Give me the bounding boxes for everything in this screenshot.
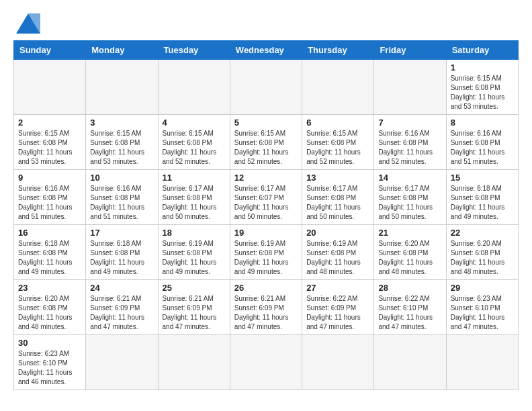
day-info: Sunrise: 6:21 AM Sunset: 6:09 PM Dayligh… bbox=[163, 294, 226, 332]
calendar-cell: 18Sunrise: 6:19 AM Sunset: 6:08 PM Dayli… bbox=[158, 225, 230, 280]
day-number: 20 bbox=[306, 228, 369, 238]
day-number: 16 bbox=[18, 228, 81, 238]
calendar-cell bbox=[14, 60, 86, 115]
calendar-cell: 6Sunrise: 6:15 AM Sunset: 6:08 PM Daylig… bbox=[302, 115, 374, 170]
col-header-monday: Monday bbox=[86, 41, 158, 60]
day-info: Sunrise: 6:22 AM Sunset: 6:09 PM Dayligh… bbox=[306, 294, 369, 332]
logo-icon bbox=[16, 13, 40, 34]
calendar-cell: 25Sunrise: 6:21 AM Sunset: 6:09 PM Dayli… bbox=[158, 280, 230, 335]
day-number: 17 bbox=[90, 228, 153, 238]
day-number: 1 bbox=[451, 62, 514, 73]
calendar-cell bbox=[158, 60, 230, 115]
day-info: Sunrise: 6:19 AM Sunset: 6:08 PM Dayligh… bbox=[306, 239, 369, 277]
day-number: 25 bbox=[163, 283, 226, 293]
day-number: 24 bbox=[90, 283, 153, 293]
calendar-header-row: SundayMondayTuesdayWednesdayThursdayFrid… bbox=[14, 41, 519, 60]
col-header-tuesday: Tuesday bbox=[158, 41, 230, 60]
calendar-week-4: 23Sunrise: 6:20 AM Sunset: 6:08 PM Dayli… bbox=[14, 280, 519, 335]
day-number: 22 bbox=[451, 228, 514, 238]
day-info: Sunrise: 6:16 AM Sunset: 6:08 PM Dayligh… bbox=[451, 129, 514, 167]
day-number: 8 bbox=[451, 118, 514, 128]
day-number: 23 bbox=[18, 283, 81, 293]
calendar-cell: 15Sunrise: 6:18 AM Sunset: 6:08 PM Dayli… bbox=[446, 170, 518, 225]
calendar-cell: 2Sunrise: 6:15 AM Sunset: 6:08 PM Daylig… bbox=[14, 115, 86, 170]
calendar-cell: 1Sunrise: 6:15 AM Sunset: 6:08 PM Daylig… bbox=[446, 60, 518, 115]
day-info: Sunrise: 6:18 AM Sunset: 6:08 PM Dayligh… bbox=[90, 239, 153, 277]
day-info: Sunrise: 6:21 AM Sunset: 6:09 PM Dayligh… bbox=[234, 294, 298, 332]
calendar-cell bbox=[302, 335, 374, 390]
calendar-cell bbox=[374, 335, 446, 390]
day-info: Sunrise: 6:21 AM Sunset: 6:09 PM Dayligh… bbox=[90, 294, 153, 332]
day-number: 10 bbox=[90, 173, 153, 183]
day-info: Sunrise: 6:19 AM Sunset: 6:08 PM Dayligh… bbox=[234, 239, 298, 277]
day-info: Sunrise: 6:15 AM Sunset: 6:08 PM Dayligh… bbox=[234, 129, 298, 167]
calendar-week-3: 16Sunrise: 6:18 AM Sunset: 6:08 PM Dayli… bbox=[14, 225, 519, 280]
calendar-cell bbox=[86, 335, 158, 390]
calendar-cell bbox=[158, 335, 230, 390]
calendar-cell bbox=[230, 60, 302, 115]
day-info: Sunrise: 6:15 AM Sunset: 6:08 PM Dayligh… bbox=[163, 129, 226, 167]
calendar-cell: 12Sunrise: 6:17 AM Sunset: 6:07 PM Dayli… bbox=[230, 170, 302, 225]
calendar-cell: 23Sunrise: 6:20 AM Sunset: 6:08 PM Dayli… bbox=[14, 280, 86, 335]
day-info: Sunrise: 6:16 AM Sunset: 6:08 PM Dayligh… bbox=[378, 129, 441, 167]
day-number: 4 bbox=[163, 118, 226, 128]
day-number: 28 bbox=[378, 283, 441, 293]
day-number: 2 bbox=[18, 118, 81, 128]
calendar-cell bbox=[302, 60, 374, 115]
day-info: Sunrise: 6:20 AM Sunset: 6:08 PM Dayligh… bbox=[451, 239, 514, 277]
col-header-friday: Friday bbox=[374, 41, 446, 60]
day-number: 13 bbox=[306, 173, 369, 183]
day-number: 3 bbox=[90, 118, 153, 128]
calendar-cell: 5Sunrise: 6:15 AM Sunset: 6:08 PM Daylig… bbox=[230, 115, 302, 170]
calendar-table: SundayMondayTuesdayWednesdayThursdayFrid… bbox=[13, 40, 519, 390]
day-info: Sunrise: 6:22 AM Sunset: 6:10 PM Dayligh… bbox=[378, 294, 441, 332]
calendar-cell: 28Sunrise: 6:22 AM Sunset: 6:10 PM Dayli… bbox=[374, 280, 446, 335]
calendar-cell: 27Sunrise: 6:22 AM Sunset: 6:09 PM Dayli… bbox=[302, 280, 374, 335]
page-header bbox=[13, 13, 519, 34]
calendar-cell: 14Sunrise: 6:17 AM Sunset: 6:08 PM Dayli… bbox=[374, 170, 446, 225]
day-info: Sunrise: 6:15 AM Sunset: 6:08 PM Dayligh… bbox=[451, 74, 514, 111]
calendar-cell: 17Sunrise: 6:18 AM Sunset: 6:08 PM Dayli… bbox=[86, 225, 158, 280]
day-info: Sunrise: 6:17 AM Sunset: 6:08 PM Dayligh… bbox=[163, 184, 226, 222]
col-header-thursday: Thursday bbox=[302, 41, 374, 60]
col-header-wednesday: Wednesday bbox=[230, 41, 302, 60]
calendar-cell: 19Sunrise: 6:19 AM Sunset: 6:08 PM Dayli… bbox=[230, 225, 302, 280]
day-number: 21 bbox=[378, 228, 441, 238]
day-number: 15 bbox=[451, 173, 514, 183]
day-info: Sunrise: 6:18 AM Sunset: 6:08 PM Dayligh… bbox=[451, 184, 514, 222]
day-info: Sunrise: 6:15 AM Sunset: 6:08 PM Dayligh… bbox=[306, 129, 369, 167]
col-header-sunday: Sunday bbox=[14, 41, 86, 60]
calendar-cell bbox=[230, 335, 302, 390]
day-info: Sunrise: 6:19 AM Sunset: 6:08 PM Dayligh… bbox=[163, 239, 226, 277]
day-number: 30 bbox=[18, 338, 81, 348]
calendar-cell: 8Sunrise: 6:16 AM Sunset: 6:08 PM Daylig… bbox=[446, 115, 518, 170]
calendar-cell: 26Sunrise: 6:21 AM Sunset: 6:09 PM Dayli… bbox=[230, 280, 302, 335]
calendar-cell bbox=[446, 335, 518, 390]
calendar-cell: 11Sunrise: 6:17 AM Sunset: 6:08 PM Dayli… bbox=[158, 170, 230, 225]
day-number: 19 bbox=[234, 228, 298, 238]
day-number: 9 bbox=[18, 173, 81, 183]
day-number: 26 bbox=[234, 283, 298, 293]
day-number: 27 bbox=[306, 283, 369, 293]
logo bbox=[13, 13, 40, 34]
day-number: 29 bbox=[451, 283, 514, 293]
calendar-cell: 24Sunrise: 6:21 AM Sunset: 6:09 PM Dayli… bbox=[86, 280, 158, 335]
calendar-cell: 9Sunrise: 6:16 AM Sunset: 6:08 PM Daylig… bbox=[14, 170, 86, 225]
calendar-cell: 20Sunrise: 6:19 AM Sunset: 6:08 PM Dayli… bbox=[302, 225, 374, 280]
day-info: Sunrise: 6:17 AM Sunset: 6:07 PM Dayligh… bbox=[234, 184, 298, 222]
day-number: 12 bbox=[234, 173, 298, 183]
col-header-saturday: Saturday bbox=[446, 41, 518, 60]
calendar-week-0: 1Sunrise: 6:15 AM Sunset: 6:08 PM Daylig… bbox=[14, 60, 519, 115]
calendar-cell: 16Sunrise: 6:18 AM Sunset: 6:08 PM Dayli… bbox=[14, 225, 86, 280]
day-info: Sunrise: 6:17 AM Sunset: 6:08 PM Dayligh… bbox=[378, 184, 441, 222]
day-info: Sunrise: 6:23 AM Sunset: 6:10 PM Dayligh… bbox=[18, 349, 81, 387]
day-info: Sunrise: 6:17 AM Sunset: 6:08 PM Dayligh… bbox=[306, 184, 369, 222]
day-number: 5 bbox=[234, 118, 298, 128]
calendar-cell: 30Sunrise: 6:23 AM Sunset: 6:10 PM Dayli… bbox=[14, 335, 86, 390]
calendar-cell bbox=[374, 60, 446, 115]
day-number: 18 bbox=[163, 228, 226, 238]
day-info: Sunrise: 6:16 AM Sunset: 6:08 PM Dayligh… bbox=[18, 184, 81, 222]
calendar-cell: 21Sunrise: 6:20 AM Sunset: 6:08 PM Dayli… bbox=[374, 225, 446, 280]
day-number: 14 bbox=[378, 173, 441, 183]
day-number: 11 bbox=[163, 173, 226, 183]
